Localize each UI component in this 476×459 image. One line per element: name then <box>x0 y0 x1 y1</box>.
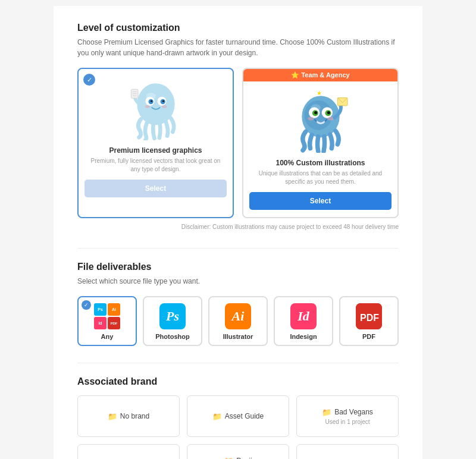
custom-sublabel: Unique illustrations that can be as deta… <box>243 169 397 186</box>
bad-vegans-folder-icon: 📁 <box>322 408 331 417</box>
file-any-label: Any <box>101 333 114 340</box>
svg-point-8 <box>145 105 149 108</box>
associated-brand-section: Associated brand 📁 No brand 📁 Asset Guid… <box>77 376 399 459</box>
file-deliverables-section: File deliverables Select which source fi… <box>77 262 399 346</box>
custom-illustration: ★ <box>243 81 397 159</box>
no-brand-folder-icon: 📁 <box>108 412 117 421</box>
svg-point-6 <box>150 100 152 102</box>
svg-text:★: ★ <box>317 90 322 96</box>
asset-guide-name: Asset Guide <box>225 412 264 420</box>
brand-new-brand[interactable]: 📁 New brand <box>296 444 399 459</box>
svg-point-22 <box>327 111 330 114</box>
svg-point-7 <box>162 100 164 102</box>
asset-folder-icon: 📁 <box>212 412 222 421</box>
customization-desc: Choose Premium Licensed Graphics for fas… <box>77 37 399 58</box>
premium-select-btn[interactable]: Select <box>84 180 227 197</box>
divider-1 <box>77 248 399 249</box>
premium-label: Premium licensed graphics <box>103 146 208 155</box>
brand-penji[interactable]: 📁 Penji Used in 9 projects <box>187 444 289 459</box>
customization-section: Level of customization Choose Premium Li… <box>77 23 399 231</box>
custom-label: 100% Custom illustrations <box>270 159 371 167</box>
penji-name: Penji <box>236 457 252 459</box>
customization-title: Level of customization <box>77 23 399 33</box>
bad-vegans-used: Used in 1 project <box>325 419 369 425</box>
id-icon: Id <box>290 303 317 329</box>
premium-card[interactable]: ✓ <box>77 68 234 218</box>
bad-vegans-name: Bad Vegans <box>334 408 373 416</box>
custom-card[interactable]: ⭐ Team & Agency <box>242 68 399 218</box>
file-id-label: Indesign <box>290 333 317 340</box>
file-deliverables-title: File deliverables <box>77 262 399 272</box>
file-options: ✓ Ps Ai Id PDF Any Ps Photoshop Ai Illus… <box>77 296 399 346</box>
customization-cards: ✓ <box>77 68 399 218</box>
file-any[interactable]: ✓ Ps Ai Id PDF Any <box>77 296 137 346</box>
octopus-colorful-svg: ★ <box>291 87 350 153</box>
file-ps-label: Photoshop <box>155 333 189 340</box>
any-check-icon: ✓ <box>82 300 91 310</box>
premium-sublabel: Premium, fully licensed vectors that loo… <box>79 157 233 174</box>
any-icon-grid: Ps Ai Id PDF <box>94 303 120 329</box>
penji-folder-icon: 📁 <box>224 457 233 460</box>
file-indesign[interactable]: Id Indesign <box>274 296 333 346</box>
divider-2 <box>77 363 399 363</box>
no-brand-name: No brand <box>120 412 149 420</box>
file-photoshop[interactable]: Ps Photoshop <box>143 296 202 346</box>
brand-title: Associated brand <box>77 376 399 387</box>
file-deliverables-desc: Select which source file type you want. <box>77 276 399 287</box>
pdf-icon: PDF <box>356 303 382 329</box>
ai-icon: Ai <box>225 303 251 329</box>
octopus-light-svg <box>126 75 186 140</box>
svg-point-9 <box>162 105 167 108</box>
premium-illustration <box>79 69 233 146</box>
svg-point-24 <box>327 117 333 121</box>
file-pdf[interactable]: PDF PDF <box>339 296 399 346</box>
svg-text:PDF: PDF <box>360 313 379 323</box>
check-icon: ✓ <box>83 74 95 86</box>
brand-marvel[interactable]: 📁 Marvel <box>77 444 180 459</box>
file-illustrator[interactable]: Ai Illustrator <box>208 296 268 346</box>
main-container: Level of customization Choose Premium Li… <box>54 6 422 459</box>
disclaimer-text: Disclaimer: Custom illustrations may cau… <box>77 223 399 231</box>
team-badge: ⭐ Team & Agency <box>243 69 397 81</box>
svg-point-23 <box>308 117 314 121</box>
file-pdf-label: PDF <box>362 333 375 340</box>
brand-bad-vegans[interactable]: 📁 Bad Vegans Used in 1 project <box>296 395 399 437</box>
svg-point-21 <box>314 111 317 114</box>
file-ai-label: Illustrator <box>223 333 253 340</box>
brand-no-brand[interactable]: 📁 No brand <box>77 395 180 437</box>
ps-icon: Ps <box>159 303 186 329</box>
brand-asset-guide[interactable]: 📁 Asset Guide <box>187 395 289 437</box>
pdf-svg-icon: PDF <box>356 303 382 329</box>
custom-select-btn[interactable]: Select <box>249 192 392 210</box>
brand-grid: 📁 No brand 📁 Asset Guide 📁 Bad Vegans Us… <box>77 395 399 459</box>
